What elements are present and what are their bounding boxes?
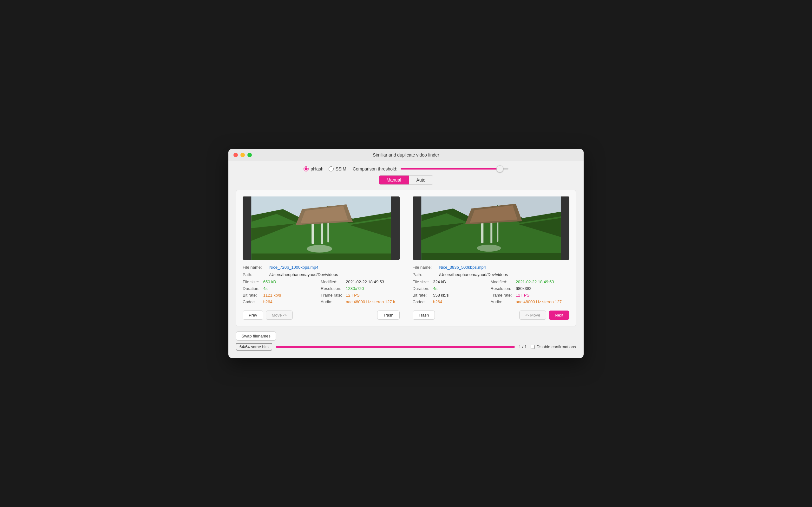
phash-label: pHash — [310, 166, 323, 171]
right-filesize-label: File size: — [413, 279, 429, 284]
right-framerate-label: Frame rate: — [491, 293, 512, 297]
right-filename-value[interactable]: Nice_383p_500kbps.mp4 — [439, 265, 486, 270]
right-filename-label: File name: — [413, 265, 438, 270]
left-filename-value[interactable]: Nice_720p_1000kbps.mp4 — [269, 265, 318, 270]
right-resolution-label: Resolution: — [491, 286, 512, 291]
left-path-row: Path: /Users/theophanemayaud/Dev/videos — [243, 272, 400, 277]
move-right-button[interactable]: Move -> — [266, 311, 293, 320]
left-video-thumbnail[interactable] — [243, 196, 400, 260]
right-filesize-value: 324 kB — [433, 279, 487, 284]
left-filesize-label: File size: — [243, 279, 259, 284]
window-title: Similiar and duplicate video finder — [373, 153, 439, 158]
left-filesize-value: 650 kB — [263, 279, 317, 284]
left-bitrate-label: Bit rate: — [243, 293, 259, 297]
svg-point-19 — [477, 245, 501, 251]
left-framerate-label: Frame rate: — [321, 293, 342, 297]
left-path-label: Path: — [243, 272, 268, 277]
right-audio-value: aac 48000 Hz stereo 127 — [516, 299, 569, 304]
left-modified-value: 2021-02-22 18:49:53 — [346, 279, 399, 284]
main-content: pHash SSIM Comparison threshold: Manual … — [229, 161, 583, 358]
threshold-label: Comparison threshold: — [353, 166, 397, 171]
right-codec-label: Codec: — [413, 299, 429, 304]
close-button[interactable] — [234, 153, 238, 157]
page-indicator: 1 / 1 — [519, 344, 526, 349]
ssim-label: SSIM — [336, 166, 346, 171]
left-codec-label: Codec: — [243, 299, 259, 304]
right-bitrate-value: 558 kb/s — [433, 293, 487, 297]
minimize-button[interactable] — [241, 153, 245, 157]
mode-toggle: Manual Auto — [379, 175, 434, 185]
right-file-info: File name: Nice_383p_500kbps.mp4 Path: /… — [413, 260, 570, 308]
status-bar: 64/64 same bits 1 / 1 Disable confirmati… — [236, 341, 576, 352]
titlebar: Similiar and duplicate video finder — [229, 149, 583, 161]
left-path-value: /Users/theophanemayaud/Dev/videos — [269, 272, 338, 277]
right-modified-label: Modified: — [491, 279, 512, 284]
swap-filenames-button[interactable]: Swap filenames — [236, 331, 276, 341]
right-audio-label: Audio: — [491, 299, 512, 304]
right-action-buttons: Trash <- Move Next — [413, 311, 570, 320]
right-framerate-value: 12 FPS — [516, 293, 569, 297]
right-duration-label: Duration: — [413, 286, 429, 291]
left-duration-label: Duration: — [243, 286, 259, 291]
bottom-area: Swap filenames 64/64 same bits 1 / 1 Dis… — [236, 331, 576, 352]
left-info-grid: File size: 650 kB Modified: 2021-02-22 1… — [243, 279, 400, 304]
phash-radio-label[interactable]: pHash — [304, 166, 323, 171]
right-duration-value: 4s — [433, 286, 487, 291]
disable-confirmations-group: Disable confirmations — [531, 344, 576, 349]
trash-right-button[interactable]: Trash — [413, 311, 435, 320]
left-audio-label: Audio: — [321, 299, 342, 304]
left-bitrate-value: 1121 kb/s — [263, 293, 317, 297]
ssim-radio-label[interactable]: SSIM — [328, 166, 346, 171]
progress-bar — [276, 346, 515, 348]
same-bits-badge: 64/64 same bits — [236, 343, 272, 350]
phash-radio[interactable] — [304, 166, 309, 171]
left-duration-value: 4s — [263, 286, 317, 291]
progress-bar-fill — [276, 346, 515, 348]
trash-left-button[interactable]: Trash — [377, 311, 400, 320]
app-window: Similiar and duplicate video finder pHas… — [229, 149, 583, 358]
left-action-buttons: Prev Move -> Trash — [243, 311, 400, 320]
threshold-slider[interactable] — [401, 168, 508, 170]
left-framerate-value: 12 FPS — [346, 293, 399, 297]
left-audio-value: aac 48000 Hz stereo 127 k — [346, 299, 399, 304]
maximize-button[interactable] — [247, 153, 252, 157]
left-video-panel: File name: Nice_720p_1000kbps.mp4 Path: … — [243, 196, 406, 320]
prev-button[interactable]: Prev — [243, 311, 263, 320]
right-modified-value: 2021-02-22 18:49:53 — [516, 279, 569, 284]
manual-mode-button[interactable]: Manual — [379, 176, 409, 184]
traffic-lights — [234, 153, 252, 157]
threshold-group: Comparison threshold: — [353, 166, 508, 171]
next-button[interactable]: Next — [549, 311, 569, 320]
svg-point-7 — [307, 245, 332, 252]
right-info-grid: File size: 324 kB Modified: 2021-02-22 1… — [413, 279, 570, 304]
toolbar: pHash SSIM Comparison threshold: — [236, 166, 576, 171]
left-resolution-value: 1280x720 — [346, 286, 399, 291]
ssim-radio[interactable] — [328, 166, 334, 171]
right-bitrate-label: Bit rate: — [413, 293, 429, 297]
right-path-value: /Users/theophanemayaud/Dev/videos — [439, 272, 508, 277]
move-left-button[interactable]: <- Move — [519, 311, 546, 320]
left-codec-value: h264 — [263, 299, 317, 304]
right-path-label: Path: — [413, 272, 438, 277]
right-video-thumbnail[interactable] — [413, 196, 570, 260]
auto-mode-button[interactable]: Auto — [409, 176, 433, 184]
disable-confirmations-checkbox[interactable] — [531, 345, 535, 349]
left-filename-label: File name: — [243, 265, 268, 270]
right-filename-row: File name: Nice_383p_500kbps.mp4 — [413, 265, 570, 270]
left-resolution-label: Resolution: — [321, 286, 342, 291]
right-video-panel: File name: Nice_383p_500kbps.mp4 Path: /… — [406, 196, 570, 320]
left-file-info: File name: Nice_720p_1000kbps.mp4 Path: … — [243, 260, 400, 308]
videos-comparison-area: File name: Nice_720p_1000kbps.mp4 Path: … — [236, 190, 576, 326]
disable-confirmations-label: Disable confirmations — [537, 344, 576, 349]
right-path-row: Path: /Users/theophanemayaud/Dev/videos — [413, 272, 570, 277]
right-codec-value: h264 — [433, 299, 487, 304]
left-modified-label: Modified: — [321, 279, 342, 284]
left-filename-row: File name: Nice_720p_1000kbps.mp4 — [243, 265, 400, 270]
right-resolution-value: 680x382 — [516, 286, 569, 291]
algorithm-selector: pHash SSIM — [304, 166, 346, 171]
